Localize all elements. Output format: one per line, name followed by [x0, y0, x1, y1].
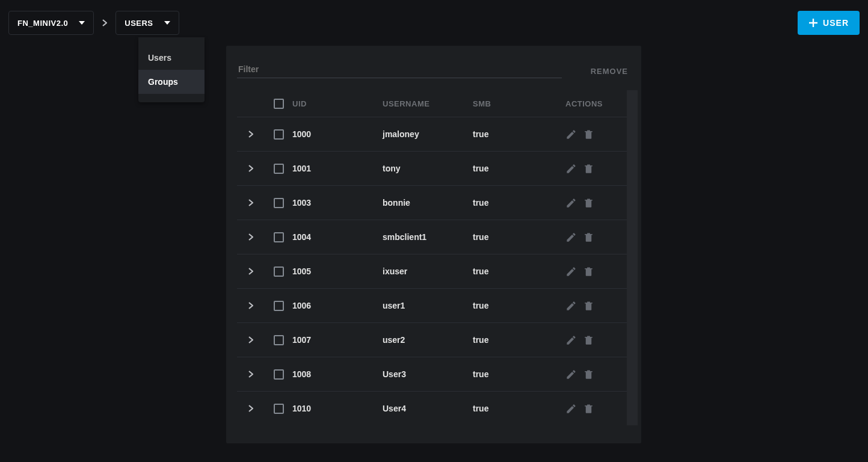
cell-actions	[562, 403, 627, 414]
cell-username: user2	[383, 335, 473, 345]
table-row: 1003bonnietrue	[237, 185, 636, 220]
table-row: 1000jmaloneytrue	[237, 117, 636, 151]
cell-smb: true	[473, 198, 562, 208]
table-row: 1007user2true	[237, 322, 636, 357]
cell-smb: true	[473, 129, 562, 139]
cell-actions	[562, 266, 627, 277]
delete-icon[interactable]	[583, 197, 594, 209]
expand-row-icon[interactable]	[237, 336, 265, 343]
cell-actions	[562, 129, 627, 140]
header-uid[interactable]: UID	[292, 99, 383, 108]
row-checkbox[interactable]	[274, 129, 284, 140]
cell-uid: 1004	[292, 232, 383, 242]
dropdown-item-groups[interactable]: Groups	[138, 70, 205, 94]
table-row: 1001tonytrue	[237, 151, 636, 185]
expand-row-icon[interactable]	[237, 199, 265, 206]
delete-icon[interactable]	[583, 403, 594, 414]
row-checkbox[interactable]	[274, 301, 284, 311]
expand-row-icon[interactable]	[237, 268, 265, 275]
cell-actions	[562, 334, 627, 346]
add-user-button[interactable]: USER	[798, 11, 860, 35]
cell-smb: true	[473, 266, 562, 276]
cell-username: bonnie	[383, 198, 473, 208]
delete-icon[interactable]	[583, 129, 594, 140]
expand-row-icon[interactable]	[237, 165, 265, 172]
cell-smb: true	[473, 335, 562, 345]
cell-smb: true	[473, 301, 562, 310]
table-header: UID USERNAME SMB ACTIONS	[237, 90, 636, 117]
cell-actions	[562, 232, 627, 243]
users-card: REMOVE UID USERNAME SMB ACTIONS 1000jmal…	[226, 46, 641, 443]
edit-icon[interactable]	[565, 129, 577, 140]
expand-row-icon[interactable]	[237, 302, 265, 309]
delete-icon[interactable]	[583, 163, 594, 174]
section-dropdown: UsersGroups	[138, 37, 205, 102]
delete-icon[interactable]	[583, 266, 594, 277]
select-all-checkbox[interactable]	[274, 99, 284, 109]
edit-icon[interactable]	[565, 403, 577, 414]
dropdown-item-users[interactable]: Users	[138, 46, 205, 70]
breadcrumb-separator	[94, 11, 115, 35]
caret-down-icon	[79, 21, 85, 25]
filter-input-wrap	[237, 64, 562, 78]
table-row: 1010User4true	[237, 391, 636, 425]
cell-actions	[562, 369, 627, 380]
cell-username: user1	[383, 301, 473, 310]
cell-uid: 1001	[292, 164, 383, 173]
expand-row-icon[interactable]	[237, 131, 265, 138]
row-checkbox[interactable]	[274, 266, 284, 277]
edit-icon[interactable]	[565, 232, 577, 243]
cell-actions	[562, 163, 627, 174]
edit-icon[interactable]	[565, 334, 577, 346]
row-checkbox[interactable]	[274, 335, 284, 345]
edit-icon[interactable]	[565, 197, 577, 209]
cell-uid: 1003	[292, 198, 383, 208]
edit-icon[interactable]	[565, 300, 577, 312]
cell-actions	[562, 197, 627, 209]
cell-uid: 1000	[292, 129, 383, 139]
cell-uid: 1005	[292, 266, 383, 276]
header-smb[interactable]: SMB	[473, 99, 562, 108]
section-selector[interactable]: USERS	[115, 11, 179, 35]
cell-smb: true	[473, 404, 562, 413]
cell-username: User4	[383, 404, 473, 413]
header-actions: ACTIONS	[562, 99, 627, 108]
table-row: 1005ixusertrue	[237, 254, 636, 288]
caret-down-icon	[164, 21, 170, 25]
cell-smb: true	[473, 164, 562, 173]
section-selector-label: USERS	[125, 19, 153, 28]
delete-icon[interactable]	[583, 334, 594, 346]
expand-row-icon[interactable]	[237, 233, 265, 241]
cell-uid: 1007	[292, 335, 383, 345]
cell-smb: true	[473, 232, 562, 242]
row-checkbox[interactable]	[274, 164, 284, 174]
row-checkbox[interactable]	[274, 404, 284, 414]
table-row: 1004smbclient1true	[237, 220, 636, 254]
expand-row-icon[interactable]	[237, 405, 265, 412]
plus-icon	[808, 18, 823, 28]
header-username[interactable]: USERNAME	[383, 99, 473, 108]
delete-icon[interactable]	[583, 232, 594, 243]
delete-icon[interactable]	[583, 300, 594, 312]
edit-icon[interactable]	[565, 369, 577, 380]
filter-input[interactable]	[237, 64, 562, 78]
edit-icon[interactable]	[565, 163, 577, 174]
delete-icon[interactable]	[583, 369, 594, 380]
project-selector[interactable]: FN_MINIV2.0	[8, 11, 94, 35]
cell-username: ixuser	[383, 266, 473, 276]
table-row: 1008User3true	[237, 357, 636, 391]
edit-icon[interactable]	[565, 266, 577, 277]
cell-username: User3	[383, 369, 473, 379]
cell-uid: 1006	[292, 301, 383, 310]
project-selector-label: FN_MINIV2.0	[17, 19, 68, 28]
cell-username: jmaloney	[383, 129, 473, 139]
cell-actions	[562, 300, 627, 312]
cell-username: tony	[383, 164, 473, 173]
add-user-button-label: USER	[823, 18, 849, 28]
row-checkbox[interactable]	[274, 232, 284, 242]
row-checkbox[interactable]	[274, 198, 284, 208]
cell-uid: 1010	[292, 404, 383, 413]
row-checkbox[interactable]	[274, 369, 284, 380]
remove-button[interactable]: REMOVE	[591, 67, 628, 78]
expand-row-icon[interactable]	[237, 371, 265, 378]
